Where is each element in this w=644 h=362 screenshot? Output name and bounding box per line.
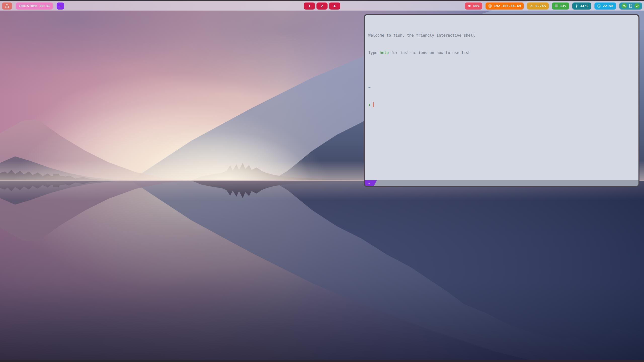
text-cursor — [373, 102, 374, 107]
clock-icon — [597, 4, 601, 8]
workspace-button-1[interactable]: 1 — [304, 3, 315, 10]
terminal-window[interactable]: Welcome to fish, the friendly interactiv… — [364, 14, 639, 187]
workspace-switcher: 1 2 4 — [304, 3, 340, 10]
help-keyword: help — [380, 51, 389, 55]
clock-value: 22:58 — [603, 4, 613, 8]
terminal-tab-bar: ~ — [365, 180, 638, 186]
thermometer-icon — [575, 4, 578, 8]
prompt-cwd: ~ — [368, 85, 635, 90]
check-icon — [634, 3, 640, 9]
memory-stack-icon — [555, 4, 558, 8]
prompt-line[interactable]: ❯ — [368, 102, 635, 108]
memory-badge[interactable]: 13% — [552, 3, 569, 10]
workspace-label: 1 — [308, 4, 311, 8]
globe-icon — [488, 4, 492, 8]
volume-value: 60% — [473, 4, 479, 8]
terminal-blank-line — [368, 67, 635, 73]
workspace-button-2[interactable]: 2 — [316, 3, 328, 10]
speaker-icon — [468, 4, 471, 8]
bar-left-group: CHRISTOPH 00:31 ~ — [2, 3, 64, 10]
phone-icon — [629, 4, 632, 8]
terminal-help-line: Type help for instructions on how to use… — [368, 50, 635, 56]
network-badge[interactable]: 192.168.86.69 — [486, 3, 524, 10]
memory-value: 13% — [560, 4, 566, 8]
launcher-button[interactable] — [2, 3, 12, 10]
terminal-tab-home[interactable]: ~ — [365, 180, 377, 186]
terminal-output[interactable]: Welcome to fish, the friendly interactiv… — [365, 15, 638, 180]
key-icon — [622, 3, 627, 9]
tux-penguin-icon — [5, 4, 9, 8]
cpu-load-badge[interactable]: 0.26% — [527, 3, 549, 10]
focused-window-badge[interactable]: ~ — [57, 3, 64, 10]
workspace-label: 2 — [321, 4, 323, 8]
workspace-label: 4 — [334, 4, 336, 8]
temperature-badge[interactable]: 34°C — [572, 3, 591, 10]
user-session-label: CHRISTOPH 00:31 — [19, 4, 50, 8]
temperature-value: 34°C — [580, 4, 588, 8]
system-status-badge[interactable] — [619, 3, 642, 10]
gauge-icon — [530, 5, 533, 8]
user-session-badge[interactable]: CHRISTOPH 00:31 — [16, 3, 53, 10]
volume-badge[interactable]: 60% — [465, 3, 482, 10]
terminal-welcome-line: Welcome to fish, the friendly interactiv… — [368, 33, 635, 38]
prompt-chevron: ❯ — [368, 103, 371, 107]
cpu-load-value: 0.26% — [535, 4, 546, 8]
status-bar: CHRISTOPH 00:31 ~ 1 2 4 — [0, 0, 644, 11]
focused-window-label: ~ — [59, 4, 61, 8]
ip-address-value: 192.168.86.69 — [494, 4, 521, 8]
clock-badge[interactable]: 22:58 — [594, 3, 616, 10]
terminal-tab-label: ~ — [368, 182, 370, 185]
workspace-button-4[interactable]: 4 — [329, 3, 340, 10]
bar-right-group: 60% 192.168.86.69 0.26 — [465, 3, 642, 10]
